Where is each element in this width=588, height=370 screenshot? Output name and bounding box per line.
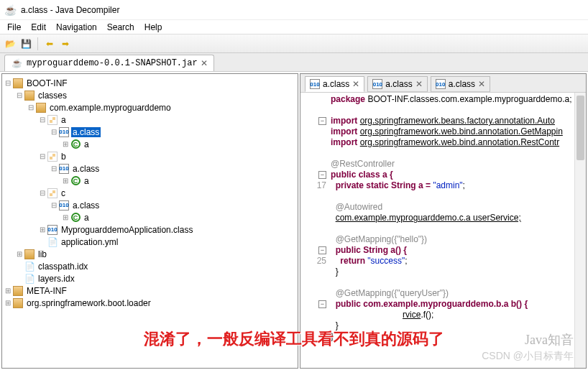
jar-icon: ☕ — [11, 57, 22, 69]
close-icon[interactable]: ✕ — [415, 79, 423, 89]
folder-open-icon: 📂 — [5, 39, 16, 49]
class-icon — [71, 213, 81, 222]
package-icon — [24, 249, 35, 259]
package-icon — [47, 152, 58, 162]
toolbar-separator — [37, 37, 38, 50]
tree-node[interactable]: a — [60, 115, 68, 125]
watermark: CSDN @小目标青年 — [482, 350, 574, 363]
fold-toggle[interactable]: − — [318, 171, 326, 179]
window-title: a.class - Java Decompiler — [21, 5, 119, 15]
file-icon: 📄 — [24, 261, 35, 272]
back-button[interactable]: ⬅ — [42, 37, 57, 51]
package-icon — [47, 188, 58, 198]
arrow-right-icon: ➡ — [62, 39, 69, 49]
expand-toggle[interactable]: ⊟ — [38, 116, 47, 124]
open-button[interactable]: 📂 — [3, 37, 17, 51]
save-button[interactable]: 💾 — [19, 37, 33, 51]
class-file-icon — [372, 79, 382, 89]
project-tab[interactable]: ☕ myproguarddemo-0.0.1-SNAPSHOT.jar ✕ — [4, 55, 214, 71]
tree-pane[interactable]: ⊟BOOT-INF ⊟classes ⊟com.example.myprogua… — [1, 73, 298, 369]
close-icon[interactable]: ✕ — [352, 79, 359, 89]
scrollbar-thumb[interactable] — [576, 96, 584, 160]
toolbar: 📂 💾 ⬅ ➡ — [0, 34, 588, 53]
project-tab-label: myproguarddemo-0.0.1-SNAPSHOT.jar — [27, 58, 198, 68]
tree-node[interactable]: a.class — [71, 200, 101, 211]
vertical-scrollbar[interactable] — [574, 93, 586, 368]
annotation-text: 混淆了，一般反编译工具看不到真的源码了 — [144, 328, 444, 350]
code-area[interactable]: package BOOT-INF.classes.com.example.myp… — [300, 93, 586, 368]
expand-toggle[interactable]: ⊟ — [15, 91, 24, 99]
package-icon — [24, 91, 35, 101]
tree-node[interactable]: com.example.myproguarddemo — [48, 103, 173, 113]
editor-tab[interactable]: a.class✕ — [367, 76, 427, 92]
class-file-icon — [59, 127, 69, 137]
close-icon[interactable]: ✕ — [478, 79, 485, 89]
package-icon — [36, 103, 46, 113]
class-file-icon — [310, 79, 320, 89]
fold-toggle[interactable]: − — [318, 246, 326, 254]
tree-node[interactable]: b — [60, 152, 68, 162]
expand-toggle[interactable]: ⊟ — [50, 165, 58, 172]
arrow-left-icon: ⬅ — [46, 39, 53, 49]
forward-button[interactable]: ➡ — [58, 37, 73, 51]
menu-search[interactable]: Search — [103, 21, 139, 34]
title-bar: ☕ a.class - Java Decompiler — [0, 0, 588, 20]
package-icon — [13, 298, 23, 308]
expand-toggle[interactable]: ⊟ — [38, 152, 47, 160]
close-icon[interactable]: ✕ — [201, 58, 208, 68]
fold-toggle[interactable]: − — [318, 300, 326, 308]
class-icon — [71, 139, 81, 149]
package-icon — [13, 78, 23, 88]
tree-node[interactable]: META-INF — [25, 286, 68, 296]
package-icon — [13, 286, 23, 296]
tree-node[interactable]: org.springframework.boot.loader — [25, 298, 152, 308]
class-icon — [71, 176, 81, 185]
menu-file[interactable]: File — [3, 21, 25, 34]
tree-node[interactable]: MyproguarddemoApplication.class — [60, 225, 194, 235]
project-tab-row: ☕ myproguarddemo-0.0.1-SNAPSHOT.jar ✕ — [0, 53, 588, 72]
class-file-icon — [59, 200, 69, 211]
tree-node[interactable]: a.class — [71, 164, 101, 174]
tree-node-selected[interactable]: a.class — [71, 127, 101, 137]
expand-toggle[interactable]: ⊞ — [15, 250, 24, 258]
tree-node[interactable]: a — [83, 139, 91, 149]
expand-toggle[interactable]: ⊞ — [61, 177, 70, 185]
tree-node[interactable]: a — [83, 213, 91, 223]
menu-bar: File Edit Navigation Search Help — [0, 20, 588, 34]
tree-node[interactable]: lib — [37, 249, 48, 259]
tree-node[interactable]: c — [60, 188, 67, 198]
class-file-icon — [436, 79, 446, 89]
watermark: Java知音 — [525, 331, 574, 348]
tree-node[interactable]: classpath.idx — [37, 262, 89, 272]
expand-toggle[interactable]: ⊟ — [4, 79, 12, 87]
package-icon — [47, 115, 58, 125]
floppy-icon: 💾 — [21, 39, 32, 49]
menu-navigation[interactable]: Navigation — [52, 21, 101, 34]
expand-toggle[interactable]: ⊟ — [50, 201, 58, 209]
file-icon: 📄 — [47, 236, 58, 248]
editor-tab-active[interactable]: a.class✕ — [305, 76, 364, 92]
expand-toggle[interactable]: ⊞ — [4, 287, 12, 295]
expand-toggle[interactable]: ⊞ — [61, 140, 70, 148]
class-file-icon — [59, 164, 69, 174]
expand-toggle[interactable]: ⊞ — [38, 226, 47, 233]
menu-help[interactable]: Help — [140, 21, 167, 34]
tree-node[interactable]: a — [83, 176, 91, 186]
tree-node[interactable]: layers.idx — [37, 274, 76, 284]
expand-toggle[interactable]: ⊟ — [50, 128, 58, 136]
editor-tab-row: a.class✕ a.class✕ a.class✕ — [300, 74, 586, 93]
expand-toggle[interactable]: ⊞ — [4, 299, 12, 307]
expand-toggle[interactable]: ⊞ — [61, 213, 70, 221]
app-icon: ☕ — [4, 4, 17, 16]
class-file-icon — [47, 225, 58, 235]
tree-node[interactable]: BOOT-INF — [25, 78, 69, 88]
fold-toggle[interactable]: − — [318, 117, 326, 125]
editor-pane: a.class✕ a.class✕ a.class✕ package BOOT-… — [300, 73, 587, 369]
file-icon: 📄 — [24, 273, 35, 285]
menu-edit[interactable]: Edit — [27, 21, 50, 34]
expand-toggle[interactable]: ⊟ — [38, 189, 47, 197]
editor-tab[interactable]: a.class✕ — [431, 76, 490, 92]
tree-node[interactable]: classes — [37, 91, 68, 101]
tree-node[interactable]: application.yml — [60, 237, 119, 247]
expand-toggle[interactable]: ⊟ — [27, 103, 35, 111]
